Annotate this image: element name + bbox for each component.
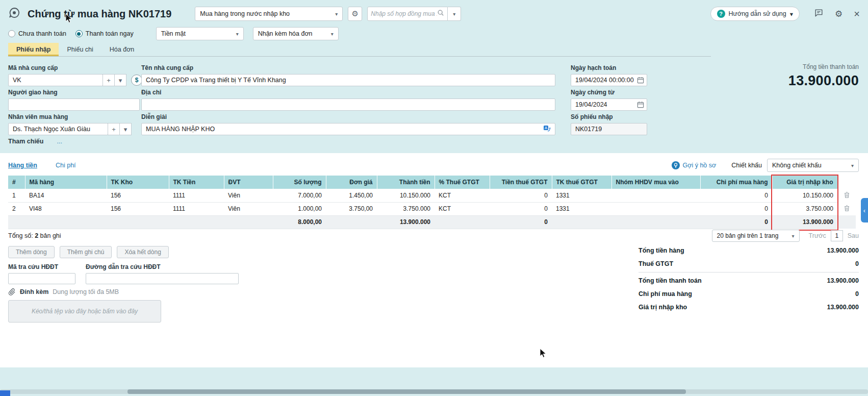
page-size-select[interactable]: 20 bản ghi trên 1 trang ▾ [712, 230, 800, 242]
table-cell[interactable]: 1111 [169, 189, 224, 202]
tab-phieu-chi[interactable]: Phiếu chi [59, 43, 101, 56]
table-cell[interactable]: 1.000,00 [273, 202, 326, 215]
invoice-mode-select[interactable]: Nhận kèm hóa đơn ▾ [253, 27, 339, 40]
plus-icon: + [112, 126, 116, 133]
table-cell[interactable]: VI48 [25, 202, 107, 215]
table-cell[interactable]: 156 [107, 202, 169, 215]
supplier-name-input[interactable] [141, 74, 555, 86]
reference-more-link[interactable]: ... [57, 138, 62, 145]
radio-unpaid[interactable]: Chưa thanh toán [8, 30, 66, 37]
table-cell[interactable]: 3.750.000 [377, 202, 435, 215]
tab-hoa-don[interactable]: Hóa đơn [101, 43, 143, 56]
table-cell[interactable]: Viên [224, 202, 273, 215]
contract-search-input[interactable] [371, 10, 437, 17]
lookup-code-input[interactable] [8, 273, 75, 284]
description-label: Diễn giải [141, 113, 555, 120]
contract-search-dropdown-button[interactable]: ▾ [448, 7, 461, 21]
add-supplier-button[interactable]: + [103, 74, 115, 86]
collapse-side-panel-button[interactable]: ‹ [861, 198, 868, 222]
trash-icon [844, 205, 850, 212]
table-cell[interactable]: 7.000,00 [273, 189, 326, 202]
attachment-row: Đính kèm Dung lượng tối đa 5MB [8, 288, 119, 295]
column-header: TK thuế GTGT [552, 176, 611, 189]
supplier-dropdown-button[interactable]: ▾ [114, 74, 126, 86]
table-cell[interactable]: 3.750,00 [326, 202, 377, 215]
summary-row: Giá trị nhập kho 13.900.000 [639, 301, 859, 314]
file-dropzone[interactable]: Kéo/thả tệp vào đây hoặc bấm vào đây [8, 300, 161, 323]
table-cell[interactable] [611, 189, 700, 202]
discount-select[interactable]: Không chiết khấu ▾ [767, 159, 859, 172]
add-note-button[interactable]: Thêm ghi chú [60, 246, 112, 258]
table-cell[interactable]: 156 [107, 189, 169, 202]
table-cell[interactable]: 0 [490, 189, 552, 202]
doc-type-select[interactable]: Mua hàng trong nước nhập kho ▾ [195, 7, 343, 21]
table-cell[interactable]: BA14 [25, 189, 107, 202]
table-cell[interactable]: 1331 [552, 189, 611, 202]
buyer-input[interactable] [8, 123, 108, 135]
tab-chi-phi[interactable]: Chi phí [56, 162, 76, 169]
summary-value: 0 [855, 290, 859, 298]
prev-page-button[interactable]: Trước [809, 232, 826, 239]
table-cell[interactable]: 0 [490, 202, 552, 215]
buyer-dropdown-button[interactable]: ▾ [119, 123, 132, 135]
table-cell[interactable]: 0 [700, 189, 772, 202]
calendar-icon[interactable] [637, 101, 644, 108]
delete-row-button[interactable] [837, 202, 856, 215]
supplier-code-label: Mã nhà cung cấp [8, 64, 142, 71]
horizontal-scrollbar-thumb[interactable] [127, 389, 686, 394]
table-cell[interactable]: 3.750.000 [772, 202, 837, 215]
table-cell[interactable]: KCT [435, 189, 490, 202]
description-input[interactable] [141, 123, 555, 135]
table-cell[interactable] [611, 202, 700, 215]
trash-icon [844, 191, 850, 199]
table-cell[interactable]: KCT [435, 202, 490, 215]
next-page-button[interactable]: Sau [848, 232, 859, 239]
suggestion-icon [672, 161, 680, 169]
posting-date-label: Ngày hạch toán [571, 64, 647, 71]
chevron-down-icon: ▾ [331, 31, 334, 37]
purchase-document-page: Chứng từ mua hàng NK01719 Mua hàng trong… [0, 0, 868, 396]
doc-settings-button[interactable]: ⚙ [348, 7, 362, 21]
table-cell[interactable]: 10.150.000 [377, 189, 435, 202]
total-purchase-cost: 0 [700, 215, 772, 229]
top-bar: Chứng từ mua hàng NK01719 Mua hàng trong… [0, 0, 868, 28]
table-cell[interactable]: 1 [8, 189, 25, 202]
add-row-button[interactable]: Thêm dòng [8, 246, 55, 258]
feedback-button[interactable] [814, 8, 824, 19]
current-page-box[interactable]: 1 [831, 230, 843, 241]
summary-label: Chi phí mua hàng [639, 290, 692, 298]
lookup-url-input[interactable] [86, 273, 239, 284]
tab-phieu-nhap[interactable]: Phiếu nhập [8, 43, 59, 56]
table-cell[interactable]: 1331 [552, 202, 611, 215]
page-title: Chứng từ mua hàng NK01719 [28, 8, 171, 20]
table-cell[interactable]: 2 [8, 202, 25, 215]
translate-icon[interactable]: A [543, 125, 551, 133]
table-cell[interactable]: 10.150.000 [772, 189, 837, 202]
posting-date-input[interactable] [571, 74, 647, 86]
deliverer-input[interactable] [8, 98, 140, 111]
tab-hang-tien[interactable]: Hàng tiền [8, 162, 37, 169]
gear-icon: ⚙ [835, 9, 843, 19]
payment-method-select[interactable]: Tiền mặt ▾ [156, 27, 244, 40]
supplier-code-input[interactable] [8, 74, 103, 86]
clear-rows-button[interactable]: Xóa hết dòng [117, 246, 168, 258]
calendar-icon[interactable] [637, 77, 644, 84]
table-cell[interactable]: 1.450,00 [326, 189, 377, 202]
receipt-no-input[interactable] [571, 123, 647, 135]
table-cell[interactable]: Viên [224, 189, 273, 202]
help-button[interactable]: ? Hướng dẫn sử dụng ▾ [710, 7, 800, 21]
doc-date-input[interactable] [571, 98, 647, 111]
address-input[interactable] [141, 98, 555, 111]
close-button[interactable]: × [854, 9, 860, 19]
supplier-code-field: Mã nhà cung cấp + ▾ $ [8, 64, 142, 86]
dollar-icon[interactable]: $ [131, 75, 142, 86]
settings-button[interactable]: ⚙ [835, 9, 843, 19]
table-cell[interactable]: 1111 [169, 202, 224, 215]
radio-pay-now[interactable]: Thanh toán ngay [75, 30, 134, 37]
delete-row-button[interactable] [837, 189, 856, 202]
lookup-url-field: Đường dẫn tra cứu HĐĐT [86, 263, 239, 284]
radio-circle-icon [8, 30, 15, 37]
suggestion-link[interactable]: Gợi ý hồ sơ [672, 161, 717, 169]
table-cell[interactable]: 0 [700, 202, 772, 215]
add-buyer-button[interactable]: + [108, 123, 120, 135]
